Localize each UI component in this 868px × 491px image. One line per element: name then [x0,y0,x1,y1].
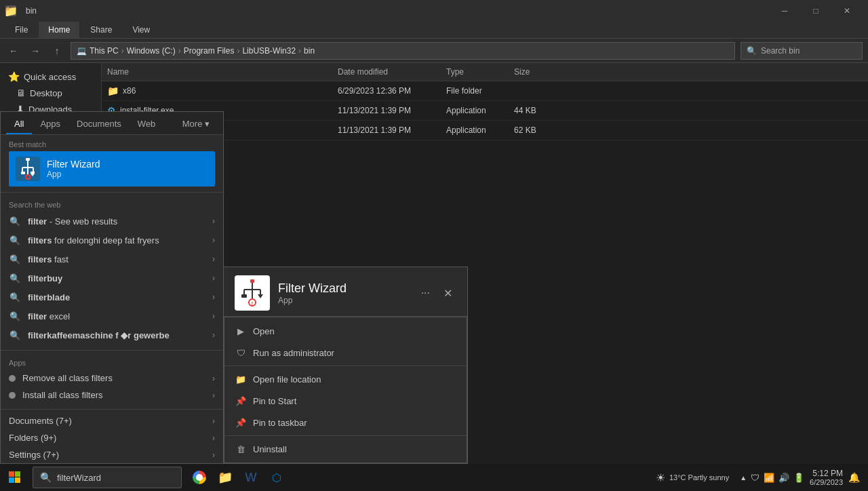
search-web-label: Search the web [1,198,223,212]
minimize-button[interactable]: ─ [769,0,800,22]
file-size-install-filter-win: 62 KB [509,124,563,136]
search-suggestion-icon-4: 🔍 [9,272,21,284]
network-icon: 📶 [764,473,774,483]
close-button[interactable]: ✕ [831,0,863,22]
ribbon-tab-view[interactable]: View [123,22,159,38]
fw-name: Filter Wizard [278,281,347,296]
taskbar-app-word[interactable]: W [239,465,263,490]
ctx-pintaskbar-label: Pin to taskbar [253,418,307,428]
shield-icon: 🛡 [235,347,246,358]
col-header-type[interactable]: Type [441,66,509,78]
maximize-button[interactable]: □ [800,0,831,22]
suggestion-arrow-3: › [212,254,215,264]
fw-more-button[interactable]: ··· [417,284,434,302]
open-icon: ▶ [235,326,246,336]
section-arrow-settings: › [212,450,215,460]
up-button[interactable]: ↑ [49,43,65,59]
ribbon: File Home Share View [0,22,868,39]
back-button[interactable]: ← [5,43,22,59]
suggestion-text-2: filters for delonghi deep fat fryers [28,235,159,246]
sidebar-item-desktop[interactable]: 🖥 Desktop [0,85,101,101]
forward-button[interactable]: → [27,43,43,59]
breadcrumb-program-files[interactable]: Program Files [184,46,235,56]
taskbar-search[interactable]: 🔍 [33,467,182,488]
suggestion-filterblade[interactable]: 🔍 filterblade › [1,288,223,307]
svg-rect-1 [27,161,28,168]
datetime[interactable]: 5:12 PM 6/29/2023 [810,469,843,486]
suggestion-filters-fast[interactable]: 🔍 filters fast › [1,250,223,269]
tab-all[interactable]: All [6,115,32,134]
suggestion-filterkaffee[interactable]: 🔍 filterkaffeemaschine f ◆r gewerbe › [1,326,223,345]
ctx-run-as-admin[interactable]: 🛡 Run as administrator [224,342,467,364]
suggestion-text-7: filterkaffeemaschine f ◆r gewerbe [28,330,170,340]
tab-documents[interactable]: Documents [68,115,130,134]
svg-rect-24 [15,477,20,483]
tray-icon-up[interactable]: ▲ [740,474,747,482]
best-match-info: Filter Wizard App [47,159,208,179]
app-remove-class-filters[interactable]: Remove all class filters › [1,370,223,387]
taskbar-app-chrome[interactable] [187,465,212,490]
ctx-uninstall[interactable]: 🗑 Uninstall [224,438,467,460]
clock-date: 6/29/2023 [810,478,843,486]
file-row[interactable]: 📁 x86 6/29/2023 12:36 PM File folder [102,81,868,101]
col-header-name[interactable]: Name [102,66,332,78]
windows-icon [9,471,21,484]
search-web-section: Search the web 🔍 filter - See web result… [1,195,223,347]
ctx-pin-to-taskbar[interactable]: 📌 Pin to taskbar [224,412,467,433]
breadcrumb-this-pc[interactable]: This PC [90,46,119,56]
volume-icon: 🔊 [778,473,789,483]
notification-icon[interactable]: 🔔 [848,472,860,483]
search-suggestion-icon-3: 🔍 [9,253,21,265]
best-match-item[interactable]: Filter Wizard App [9,151,215,186]
col-header-size[interactable]: Size [509,66,563,78]
ribbon-tab-home[interactable]: Home [39,22,79,38]
star-icon: ⭐ [8,71,20,82]
breadcrumb-windows-c[interactable]: Windows (C:) [127,46,176,56]
breadcrumb-bin[interactable]: bin [304,46,315,56]
tab-apps[interactable]: Apps [32,115,68,134]
explorer-search-box[interactable]: 🔍 Search bin [741,42,863,60]
folder-icon: 📁 [107,85,119,96]
svg-rect-23 [9,477,14,483]
file-size-x86 [509,90,563,92]
separator-2 [1,350,223,351]
filter-wizard-panel: ! Filter Wizard App ··· ✕ ▶ Open 🛡 Run a… [224,267,468,464]
tab-web[interactable]: Web [130,115,164,134]
file-date-install-filter: 11/13/2021 1:39 PM [332,104,441,117]
col-header-date[interactable]: Date modified [332,66,441,78]
ribbon-tab-file[interactable]: File [5,22,37,38]
suggestion-text-1: filter - See web results [28,216,117,227]
vscode-icon: ⬡ [272,471,281,484]
section-settings[interactable]: Settings (7+) › [1,446,223,463]
suggestion-filter[interactable]: 🔍 filter - See web results › [1,212,223,231]
start-button[interactable] [3,465,27,490]
ctx-runas-label: Run as administrator [253,348,334,358]
weather-widget[interactable]: ☀ 13°C Partly sunny [650,471,734,484]
suggestion-filters-delonghi[interactable]: 🔍 filters for delonghi deep fat fryers › [1,231,223,250]
sidebar-desktop-label: Desktop [30,88,62,98]
fw-controls: ··· ✕ [417,284,456,302]
app-install-class-filters[interactable]: Install all class filters › [1,387,223,404]
taskbar-app-explorer[interactable]: 📁 [213,465,237,490]
ctx-pin-to-start[interactable]: 📌 Pin to Start [224,390,467,412]
tab-more[interactable]: More ▾ [174,115,218,134]
suggestion-filter-excel[interactable]: 🔍 filter excel › [1,307,223,326]
sidebar-item-quickaccess[interactable]: ⭐ Quick access [0,68,101,85]
section-folders[interactable]: Folders (9+) › [1,429,223,446]
ctx-open[interactable]: ▶ Open [224,320,467,342]
ctx-open-file-location[interactable]: 📁 Open file location [224,368,467,390]
fw-close-button[interactable]: ✕ [439,284,456,302]
suggestion-filterbuy[interactable]: 🔍 filterbuy › [1,269,223,288]
best-match-type: App [47,170,208,179]
breadcrumb-libusb[interactable]: LibUSB-Win32 [242,46,296,56]
breadcrumb[interactable]: 💻 This PC › Windows (C:) › Program Files… [71,42,735,60]
desktop-icon: 🖥 [16,87,26,98]
trash-icon: 🗑 [235,444,246,454]
taskbar-app-vscode[interactable]: ⬡ [264,465,289,490]
svg-rect-7 [31,172,35,174]
section-documents[interactable]: Documents (7+) › [1,412,223,429]
context-menu: ▶ Open 🛡 Run as administrator 📁 Open fil… [224,317,467,463]
ribbon-tab-share[interactable]: Share [81,22,121,38]
taskbar-search-input[interactable] [57,473,174,483]
ctx-separator-2 [224,435,467,436]
